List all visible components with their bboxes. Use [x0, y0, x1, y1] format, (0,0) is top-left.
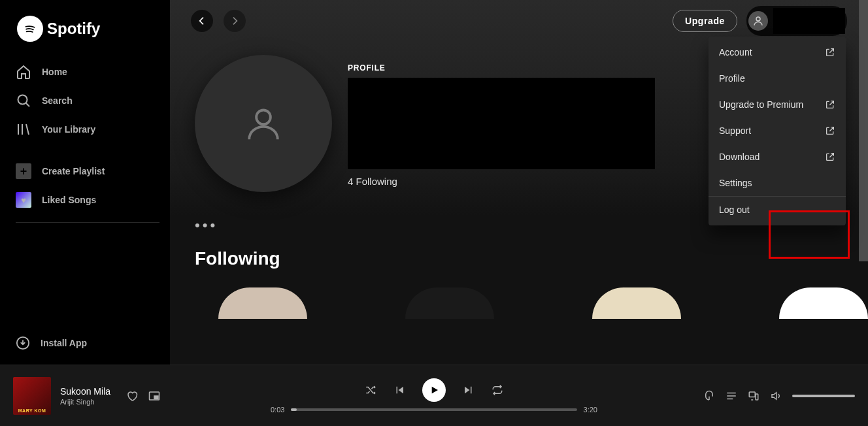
- sidebar: Spotify Home Search Your Library + Creat…: [0, 0, 170, 365]
- track-title[interactable]: Sukoon Mila: [60, 386, 110, 397]
- download-circle-icon: [16, 336, 30, 350]
- svg-rect-7: [749, 392, 755, 397]
- username-redacted: [773, 8, 845, 34]
- volume-slider[interactable]: [792, 395, 855, 397]
- profile-name-redacted: [348, 78, 655, 169]
- install-label: Install App: [41, 338, 87, 348]
- brand-logo[interactable]: Spotify: [16, 16, 159, 42]
- svg-rect-6: [154, 396, 158, 399]
- following-list: [170, 269, 868, 319]
- search-icon: [16, 93, 31, 108]
- like-button[interactable]: [126, 390, 138, 402]
- brand-name: Spotify: [47, 20, 100, 38]
- user-avatar-icon: [748, 11, 768, 31]
- external-link-icon: [825, 125, 835, 136]
- nav-library[interactable]: Your Library: [16, 115, 159, 144]
- artist-card[interactable]: [405, 287, 494, 319]
- nav-home[interactable]: Home: [16, 57, 159, 86]
- artist-card[interactable]: [592, 287, 681, 319]
- library-icon: [16, 122, 31, 137]
- install-app[interactable]: Install App: [16, 328, 159, 365]
- nav-create-playlist[interactable]: + Create Playlist: [16, 157, 159, 186]
- album-art[interactable]: MARY KOM: [13, 377, 51, 415]
- dropdown-support[interactable]: Support: [709, 118, 846, 144]
- queue-button[interactable]: [726, 390, 737, 402]
- external-link-icon: [825, 99, 835, 110]
- nav-label: Liked Songs: [42, 195, 96, 205]
- lyrics-button[interactable]: [703, 390, 715, 402]
- user-icon: [244, 105, 282, 142]
- time-elapsed: 0:03: [271, 406, 284, 414]
- heart-icon: ♥: [16, 192, 31, 208]
- svg-point-1: [18, 95, 27, 105]
- external-link-icon: [825, 47, 835, 57]
- dropdown-profile[interactable]: Profile: [709, 65, 846, 91]
- nav-label: Create Playlist: [42, 166, 105, 176]
- nav-label: Home: [42, 67, 67, 77]
- dropdown-logout[interactable]: Log out: [709, 197, 846, 223]
- previous-button[interactable]: [393, 384, 405, 396]
- following-section-title: Following: [170, 234, 868, 269]
- dropdown-settings[interactable]: Settings: [709, 170, 846, 196]
- repeat-button[interactable]: [492, 384, 503, 396]
- dropdown-download[interactable]: Download: [709, 144, 846, 170]
- time-duration: 3:20: [584, 406, 597, 414]
- volume-button[interactable]: [770, 390, 782, 402]
- nav-liked-songs[interactable]: ♥ Liked Songs: [16, 186, 159, 214]
- dropdown-upgrade[interactable]: Upgrade to Premium: [709, 91, 846, 118]
- svg-point-3: [756, 17, 760, 21]
- svg-point-4: [256, 110, 271, 124]
- plus-icon: +: [16, 163, 31, 179]
- profile-label: PROFILE: [348, 63, 655, 73]
- following-count[interactable]: 4 Following: [348, 176, 655, 187]
- player-bar: MARY KOM Sukoon Mila Arijit Singh: [0, 365, 868, 426]
- artist-card[interactable]: [779, 287, 868, 319]
- play-button[interactable]: [422, 378, 446, 402]
- forward-button[interactable]: [224, 10, 246, 32]
- pip-button[interactable]: [148, 390, 160, 402]
- track-artist[interactable]: Arijit Singh: [60, 398, 110, 406]
- nav-search[interactable]: Search: [16, 86, 159, 115]
- user-menu-trigger[interactable]: [746, 6, 847, 36]
- scrollbar[interactable]: [859, 0, 868, 261]
- divider: [16, 222, 159, 223]
- svg-rect-8: [756, 394, 758, 400]
- back-button[interactable]: [191, 10, 213, 32]
- main-content: Upgrade PROFILE 4 Following •••: [170, 0, 868, 365]
- user-dropdown: Account Profile Upgrade to Premium Suppo…: [709, 37, 846, 225]
- topbar: Upgrade: [170, 0, 868, 42]
- spotify-icon: [17, 16, 43, 42]
- dropdown-account[interactable]: Account: [709, 39, 846, 65]
- nav-label: Your Library: [42, 124, 95, 135]
- progress-bar[interactable]: [291, 408, 576, 411]
- devices-button[interactable]: [748, 390, 760, 402]
- shuffle-button[interactable]: [365, 384, 376, 396]
- artist-card[interactable]: [218, 287, 307, 319]
- next-button[interactable]: [463, 384, 475, 396]
- home-icon: [16, 64, 31, 80]
- nav-label: Search: [42, 95, 73, 106]
- upgrade-button[interactable]: Upgrade: [673, 10, 737, 32]
- profile-avatar[interactable]: [195, 55, 332, 192]
- external-link-icon: [825, 152, 835, 162]
